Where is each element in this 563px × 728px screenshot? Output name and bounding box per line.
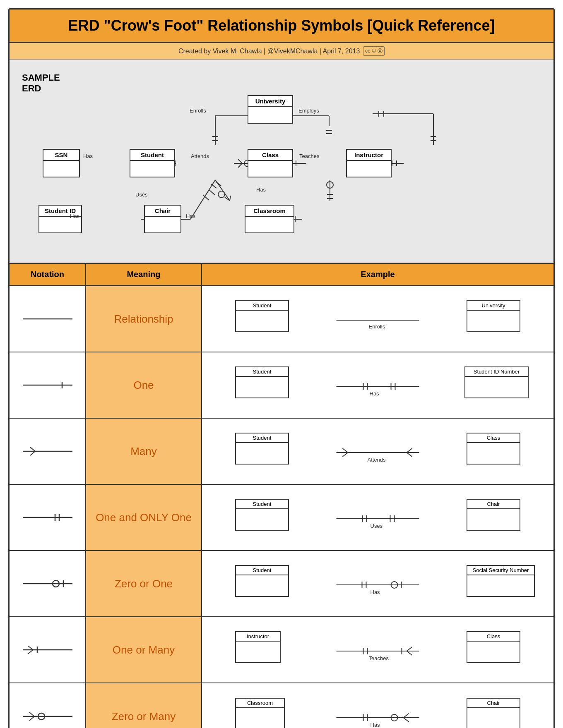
ex-studentid-one: Student ID Number <box>464 366 529 398</box>
notation-relationship <box>10 286 86 352</box>
svg-line-95 <box>407 651 412 655</box>
meaning-zero-or-many: Zero or Many <box>86 683 202 728</box>
ex-classroom-zeroormany: Classroom <box>235 698 285 728</box>
header-example: Example <box>202 264 553 285</box>
example-zero-or-one: Student Social Security Number Has <box>202 551 553 616</box>
entity-classroom: Classroom <box>245 205 294 233</box>
entity-university: University <box>248 95 293 124</box>
svg-point-84 <box>391 582 398 588</box>
entity-ssn: SSN <box>43 149 80 177</box>
subtitle-text: Created by Vivek M. Chawla | @VivekMChaw… <box>178 48 360 55</box>
meaning-relationship: Relationship <box>86 286 202 352</box>
entity-student-label: Student <box>130 150 174 161</box>
svg-line-66 <box>343 448 348 453</box>
row-zero-or-one: Zero or One Student Social Security Numb… <box>10 551 553 617</box>
rel-employs: Employs <box>298 108 319 114</box>
svg-text:Attends: Attends <box>368 457 386 463</box>
svg-line-67 <box>343 453 348 457</box>
ex-student-oneonly: Student <box>235 499 289 531</box>
meaning-many: Many <box>86 419 202 484</box>
svg-line-6 <box>203 195 209 200</box>
example-one-or-many: Instructor Class Teaches <box>202 617 553 682</box>
example-one-only: Student Chair Uses <box>202 485 553 550</box>
svg-line-89 <box>28 646 33 650</box>
notation-zero-or-one <box>10 551 86 616</box>
svg-line-62 <box>30 451 35 455</box>
rel-teaches: Teaches <box>299 153 319 159</box>
example-many: Student Class Attends <box>202 419 553 484</box>
svg-text:Uses: Uses <box>371 523 383 529</box>
svg-line-65 <box>407 453 412 457</box>
rel-has-classroom: Has <box>256 187 266 193</box>
svg-point-105 <box>391 714 398 721</box>
entity-chair: Chair <box>144 205 181 233</box>
entity-class: Class <box>248 149 293 177</box>
entity-student: Student <box>130 149 175 177</box>
rel-has-ssn: Has <box>83 153 93 159</box>
row-zero-or-many: Zero or Many Classroom Chair <box>10 683 553 728</box>
entity-instructor-label: Instructor <box>347 150 391 161</box>
svg-line-101 <box>29 716 34 721</box>
notation-zero-or-many <box>10 683 86 728</box>
ex-student-rel: Student <box>235 300 289 332</box>
notation-one <box>10 352 86 418</box>
rel-has-studentid: Has <box>70 213 79 219</box>
example-relationship: Student University Enrolls <box>202 286 553 352</box>
svg-line-7 <box>209 190 215 195</box>
row-relationship: Relationship Student University Enrolls <box>10 286 553 352</box>
svg-line-100 <box>29 712 34 716</box>
svg-line-34 <box>215 180 230 201</box>
meaning-one-only: One and ONLY One <box>86 485 202 550</box>
svg-line-35 <box>211 184 217 188</box>
svg-text:Enrolls: Enrolls <box>369 323 385 330</box>
meaning-one-or-many: One or Many <box>86 617 202 682</box>
rel-has-chair: Has <box>186 213 195 219</box>
cc-icons: cc ① ⓢ <box>363 46 385 56</box>
notation-many <box>10 419 86 484</box>
svg-line-12 <box>238 163 242 168</box>
svg-text:Has: Has <box>370 390 380 397</box>
rel-attends: Attends <box>191 153 209 159</box>
subtitle-bar: Created by Vivek M. Chawla | @VivekMChaw… <box>10 43 553 60</box>
svg-line-90 <box>28 650 33 654</box>
svg-line-61 <box>30 447 35 451</box>
entity-classroom-label: Classroom <box>245 206 294 217</box>
notation-one-or-many <box>10 617 86 682</box>
rel-enrolls: Enrolls <box>190 108 206 114</box>
svg-text:Has: Has <box>371 722 380 728</box>
row-one: One Student Student ID Number H <box>10 352 553 419</box>
meaning-one: One <box>86 352 202 418</box>
row-one-only: One and ONLY One Student Chair <box>10 485 553 551</box>
svg-line-94 <box>407 647 412 651</box>
rel-uses: Uses <box>135 192 148 198</box>
erd-canvas: SSN Student ID Student Chair University <box>18 72 541 250</box>
entity-class-label: Class <box>248 150 292 161</box>
svg-point-46 <box>327 182 333 188</box>
erd-section: SAMPLEERD <box>10 60 553 264</box>
svg-text:Has: Has <box>371 589 380 595</box>
svg-line-11 <box>238 159 242 163</box>
svg-line-36 <box>216 182 221 186</box>
ex-ssn-zeroorone: Social Security Number <box>467 565 535 597</box>
entity-ssn-label: SSN <box>43 150 79 161</box>
ex-chair-oneonly: Chair <box>467 499 520 531</box>
svg-line-37 <box>225 197 230 201</box>
ex-class-many: Class <box>467 433 520 465</box>
svg-line-107 <box>404 718 409 722</box>
ex-university-rel: University <box>467 300 520 332</box>
svg-line-106 <box>404 714 409 718</box>
example-zero-or-many: Classroom Chair Has <box>202 683 553 728</box>
ex-student-one: Student <box>235 366 289 398</box>
header-notation: Notation <box>10 264 86 285</box>
entity-chair-label: Chair <box>145 206 180 217</box>
ex-instructor-oneormany: Instructor <box>235 631 281 663</box>
ex-chair-zeroormany: Chair <box>467 698 520 728</box>
entity-instructor: Instructor <box>346 149 392 177</box>
ex-class-oneormany: Class <box>467 631 520 663</box>
notation-one-only <box>10 485 86 550</box>
ex-student-many: Student <box>235 433 289 465</box>
meaning-zero-or-one: Zero or One <box>86 551 202 616</box>
page-title: ERD "Crow's Foot" Relationship Symbols [… <box>10 10 553 43</box>
svg-line-38 <box>230 196 231 201</box>
entity-university-label: University <box>248 96 292 107</box>
